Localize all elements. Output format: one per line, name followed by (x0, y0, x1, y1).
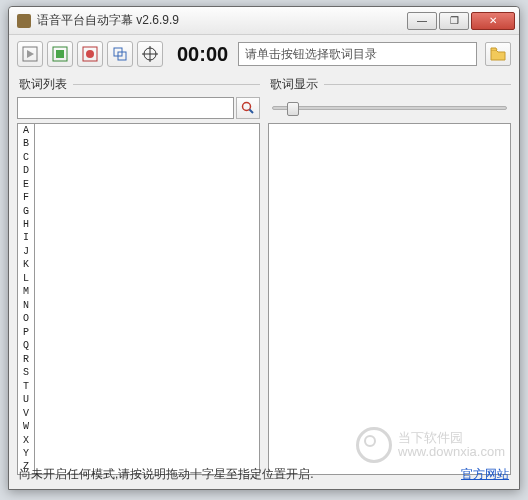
timeline-slider[interactable] (268, 97, 511, 119)
app-window: 语音平台自动字幕 v2.6.9.9 — ❐ ✕ 00:00 歌词列表 (8, 6, 520, 490)
alpha-W[interactable]: W (18, 420, 34, 433)
maximize-button[interactable]: ❐ (439, 12, 469, 30)
alpha-C[interactable]: C (18, 151, 34, 164)
alpha-K[interactable]: K (18, 259, 34, 272)
watermark-logo-icon (356, 427, 392, 463)
alpha-G[interactable]: G (18, 205, 34, 218)
alpha-N[interactable]: N (18, 299, 34, 312)
alpha-F[interactable]: F (18, 191, 34, 204)
lyrics-display-label: 歌词显示 (270, 75, 511, 93)
lyrics-display-panel (268, 123, 511, 475)
alpha-H[interactable]: H (18, 218, 34, 231)
svg-point-5 (86, 50, 94, 58)
record-button[interactable] (77, 41, 103, 67)
alpha-L[interactable]: L (18, 272, 34, 285)
lyrics-list-label: 歌词列表 (19, 75, 260, 93)
svg-point-11 (243, 103, 251, 111)
lyrics-directory-input[interactable] (238, 42, 477, 66)
alpha-I[interactable]: I (18, 232, 34, 245)
search-input[interactable] (17, 97, 234, 119)
window-controls: — ❐ ✕ (407, 12, 515, 30)
titlebar[interactable]: 语音平台自动字幕 v2.6.9.9 — ❐ ✕ (9, 7, 519, 35)
alpha-E[interactable]: E (18, 178, 34, 191)
window-title: 语音平台自动字幕 v2.6.9.9 (37, 12, 407, 29)
alpha-Y[interactable]: Y (18, 447, 34, 460)
close-button[interactable]: ✕ (471, 12, 515, 30)
alpha-Q[interactable]: Q (18, 340, 34, 353)
minimize-button[interactable]: — (407, 12, 437, 30)
alpha-B[interactable]: B (18, 137, 34, 150)
slider-track (272, 106, 507, 110)
list-area: ABCDEFGHIJKLMNOPQRSTUVWXYZ (17, 123, 260, 475)
alpha-J[interactable]: J (18, 245, 34, 258)
alpha-T[interactable]: T (18, 380, 34, 393)
svg-marker-1 (27, 50, 34, 58)
song-list[interactable] (35, 123, 260, 475)
alpha-M[interactable]: M (18, 286, 34, 299)
play-button[interactable] (17, 41, 43, 67)
app-icon (17, 14, 31, 28)
time-display: 00:00 (177, 43, 228, 66)
main-columns: 歌词列表 ABCDEFGHIJKLMNOPQRSTUVWXYZ 歌词显示 (9, 71, 519, 475)
svg-line-12 (250, 110, 254, 114)
alpha-U[interactable]: U (18, 393, 34, 406)
alpha-X[interactable]: X (18, 434, 34, 447)
crosshair-button[interactable] (137, 41, 163, 67)
watermark: 当下软件园 www.downxia.com (356, 427, 505, 463)
search-row (17, 97, 260, 119)
alpha-A[interactable]: A (18, 124, 34, 137)
svg-rect-3 (56, 50, 64, 58)
left-column: 歌词列表 ABCDEFGHIJKLMNOPQRSTUVWXYZ (17, 73, 260, 475)
alpha-V[interactable]: V (18, 407, 34, 420)
right-column: 歌词显示 (268, 73, 511, 475)
status-bar: 尚未开启任何模式,请按说明拖动十字星至指定位置开启. 官方网站 (19, 466, 509, 483)
stop-button[interactable] (47, 41, 73, 67)
toolbar: 00:00 (9, 35, 519, 71)
alpha-S[interactable]: S (18, 366, 34, 379)
alpha-P[interactable]: P (18, 326, 34, 339)
open-folder-button[interactable] (485, 42, 511, 66)
status-text: 尚未开启任何模式,请按说明拖动十字星至指定位置开启. (19, 466, 314, 483)
alpha-O[interactable]: O (18, 313, 34, 326)
layers-button[interactable] (107, 41, 133, 67)
slider-thumb[interactable] (287, 102, 299, 116)
alpha-D[interactable]: D (18, 164, 34, 177)
watermark-text: 当下软件园 www.downxia.com (398, 431, 505, 460)
alpha-R[interactable]: R (18, 353, 34, 366)
search-button[interactable] (236, 97, 260, 119)
alphabet-index[interactable]: ABCDEFGHIJKLMNOPQRSTUVWXYZ (17, 123, 35, 475)
official-site-link[interactable]: 官方网站 (461, 466, 509, 483)
